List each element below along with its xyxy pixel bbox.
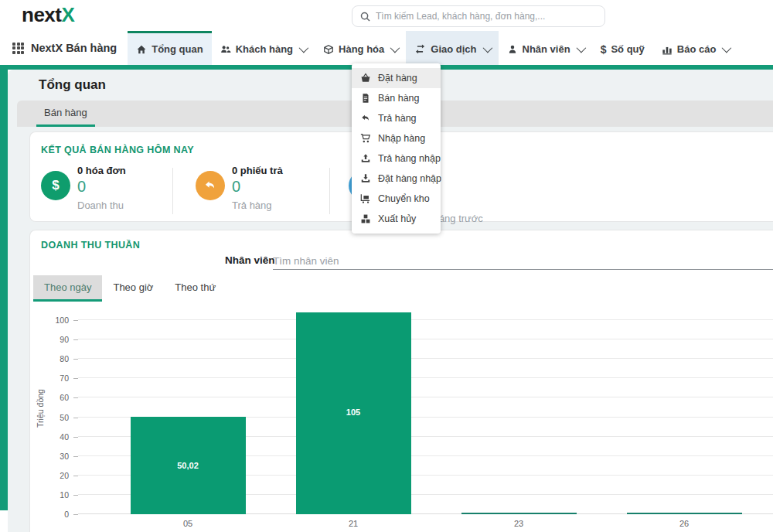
box-icon xyxy=(323,44,334,55)
menu-item-label: Đặt hàng nhập xyxy=(378,173,441,184)
upload-icon xyxy=(360,153,371,164)
app-switcher[interactable]: NextX Bán hàng xyxy=(0,31,128,65)
bar-26[interactable] xyxy=(627,513,742,514)
nav-item-label: Giao dịch xyxy=(431,43,476,55)
chevron-down-icon xyxy=(576,43,586,53)
y-tick-mark xyxy=(73,378,78,379)
gridline xyxy=(78,319,773,320)
report-icon xyxy=(662,44,673,55)
bar-21[interactable]: 105 xyxy=(296,312,411,514)
app-logo: nextX xyxy=(22,3,74,27)
revenue-bar-chart: 50,02105 xyxy=(78,312,773,514)
chevron-down-icon xyxy=(299,43,309,53)
return-circle-icon xyxy=(196,171,225,200)
y-tick-label: 30 xyxy=(30,452,69,461)
gridline xyxy=(78,358,773,359)
boxes-icon xyxy=(360,213,371,224)
bar-05[interactable]: 50,02 xyxy=(131,417,246,514)
y-tick-mark xyxy=(73,514,78,515)
cart-icon xyxy=(360,133,371,144)
menu-item-trả-hàng-nhập[interactable]: Trả hàng nhập xyxy=(352,148,441,169)
gridline xyxy=(78,339,773,339)
apps-grid-icon xyxy=(12,43,24,54)
bar-value-label: 50,02 xyxy=(177,461,199,470)
x-tick-label: 23 xyxy=(495,519,542,528)
y-tick-label: 20 xyxy=(30,471,69,480)
nav-item-6[interactable]: $Số quỹ xyxy=(592,31,653,65)
nav-item-2[interactable]: Khách hàng xyxy=(212,31,315,65)
people-icon xyxy=(220,44,231,55)
gridline xyxy=(78,377,773,378)
y-tick-label: 70 xyxy=(30,373,69,383)
divider xyxy=(329,168,330,214)
net-revenue-card: DOANH THU THUẦN Nhân viên Theo ngàyTheo … xyxy=(29,230,773,532)
subtab-theo-ngày[interactable]: Theo ngày xyxy=(33,275,102,302)
y-tick-mark xyxy=(73,359,78,360)
trolley-icon xyxy=(360,193,371,204)
nav-items: Tổng quanKhách hàngHàng hóaGiao dịchNhân… xyxy=(128,31,737,65)
y-tick-mark xyxy=(73,495,78,496)
menu-item-chuyển-kho[interactable]: Chuyển kho xyxy=(352,189,441,209)
menu-item-label: Chuyển kho xyxy=(378,193,430,204)
y-axis-labels: 0102030405060708090100 xyxy=(30,312,69,514)
home-icon xyxy=(136,44,147,55)
chevron-down-icon xyxy=(722,43,732,53)
x-tick-label: 21 xyxy=(330,519,376,528)
stat-title: 0 phiếu trả xyxy=(232,165,283,178)
nav-item-label: Khách hàng xyxy=(236,43,293,55)
y-tick-mark xyxy=(73,418,78,418)
nav-item-5[interactable]: Nhân viên xyxy=(499,31,592,65)
subtab-theo-thứ[interactable]: Theo thứ xyxy=(164,275,226,302)
reply-icon xyxy=(360,113,371,124)
chevron-down-icon xyxy=(482,43,492,53)
person-icon xyxy=(507,44,518,55)
menu-item-trả-hàng[interactable]: Trả hàng xyxy=(352,108,441,128)
nav-item-1[interactable]: Tổng quan xyxy=(128,31,211,65)
menu-item-đặt-hàng-nhập[interactable]: Đặt hàng nhập xyxy=(352,169,441,189)
y-tick-label: 60 xyxy=(30,393,69,402)
stat-value: 0 xyxy=(77,178,126,198)
logo-text: next xyxy=(22,3,61,26)
nav-item-label: Số quỹ xyxy=(611,43,644,55)
menu-item-xuất-hủy[interactable]: Xuất hủy xyxy=(352,209,441,229)
transactions-dropdown-menu: Đặt hàngBán hàngTrả hàngNhập hàngTrả hàn… xyxy=(352,63,441,234)
menu-item-đặt-hàng[interactable]: Đặt hàng xyxy=(352,68,441,88)
receipt-icon xyxy=(360,93,371,104)
menu-item-nhập-hàng[interactable]: Nhập hàng xyxy=(352,128,441,148)
menu-item-label: Bán hàng xyxy=(378,93,420,104)
menu-item-bán-hàng[interactable]: Bán hàng xyxy=(352,88,441,108)
menu-item-label: Nhập hàng xyxy=(378,133,425,144)
subtab-theo-giờ[interactable]: Theo giờ xyxy=(102,275,164,302)
stat-value: 0 xyxy=(232,178,283,198)
bar-23[interactable] xyxy=(461,513,577,514)
y-tick-mark xyxy=(73,476,78,476)
y-tick-mark xyxy=(73,339,78,340)
dollar-circle-icon: $ xyxy=(41,171,70,200)
nav-item-7[interactable]: Báo cáo xyxy=(653,31,738,65)
menu-item-label: Đặt hàng xyxy=(378,73,417,84)
page-title: Tổng quan xyxy=(39,77,106,93)
nav-item-label: Báo cáo xyxy=(677,43,717,55)
y-tick-label: 100 xyxy=(30,315,69,325)
search-icon xyxy=(360,12,370,22)
transfer-icon xyxy=(414,43,426,55)
nav-item-3[interactable]: Hàng hóa xyxy=(315,31,406,65)
global-search-input[interactable]: Tìm kiếm Lead, khách hàng, đơn hàng,... xyxy=(352,5,605,27)
top-bar: nextX Tìm kiếm Lead, khách hàng, đơn hàn… xyxy=(0,0,773,31)
nav-item-label: Hàng hóa xyxy=(339,43,384,55)
tab-ban-hang[interactable]: Bán hàng xyxy=(36,101,95,127)
revenue-heading: DOANH THU THUẦN xyxy=(41,240,140,251)
results-heading: KẾT QUẢ BÁN HÀNG HÔM NAY xyxy=(41,145,194,155)
app-name: NextX Bán hàng xyxy=(31,42,117,54)
y-tick-label: 0 xyxy=(30,510,69,519)
stat-caption: Doanh thu xyxy=(77,200,126,211)
chevron-down-icon xyxy=(390,43,400,53)
y-tick-label: 40 xyxy=(30,432,69,442)
nav-item-4[interactable]: Giao dịch xyxy=(406,31,498,65)
chart-period-tabs: Theo ngàyTheo giờTheo thứ xyxy=(33,275,226,302)
menu-item-label: Xuất hủy xyxy=(378,213,416,224)
staff-search-input[interactable] xyxy=(273,253,773,270)
x-tick-label: 26 xyxy=(661,519,707,528)
basket-icon xyxy=(360,73,371,84)
y-tick-mark xyxy=(73,397,78,398)
